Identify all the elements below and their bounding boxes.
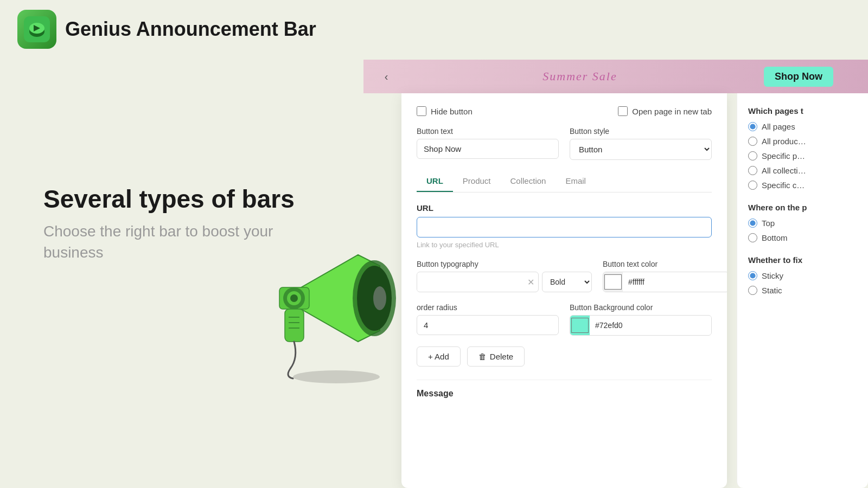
- typography-color-row: Button typography ✕ Bold Thin Regular Bu…: [417, 260, 712, 292]
- radio-sticky: Sticky: [748, 271, 857, 280]
- message-label: Message: [417, 389, 712, 399]
- megaphone-illustration: [250, 211, 423, 385]
- bar-back-button[interactable]: ‹: [376, 67, 396, 86]
- url-tabs: URL Product Collection Email: [417, 171, 712, 192]
- button-text-group: Button text: [417, 127, 559, 160]
- button-bg-color-label: Button Background color: [570, 303, 712, 312]
- delete-button[interactable]: 🗑 Delete: [467, 346, 525, 367]
- button-text-input[interactable]: [417, 139, 559, 159]
- open-new-tab-item: Open page in new tab: [618, 106, 712, 116]
- button-style-label: Button style: [570, 127, 712, 136]
- radio-bottom: Bottom: [748, 233, 857, 242]
- message-section: Message: [417, 380, 712, 399]
- radio-sticky-label: Sticky: [762, 271, 783, 280]
- radio-all-pages: All pages: [748, 122, 857, 131]
- radio-specific-collection-input[interactable]: [748, 181, 757, 190]
- radio-all-products: All produc…: [748, 137, 857, 146]
- radio-sticky-input[interactable]: [748, 271, 757, 280]
- position-section-title: Where on the p: [748, 203, 857, 212]
- trash-icon: 🗑: [478, 352, 487, 361]
- radio-top-label: Top: [762, 219, 775, 228]
- radio-static-input[interactable]: [748, 286, 757, 295]
- button-style-select[interactable]: Button Link Outline: [570, 139, 712, 160]
- position-radio-group: Top Bottom: [748, 219, 857, 242]
- tab-url[interactable]: URL: [417, 171, 453, 192]
- radio-top-input[interactable]: [748, 219, 757, 228]
- bar-text: Summer Sale: [405, 69, 755, 84]
- radio-bottom-label: Bottom: [762, 233, 788, 242]
- sticky-radio-group: Sticky Static: [748, 271, 857, 295]
- button-text-color-group: Button text color: [603, 260, 727, 292]
- button-typography-group: Button typography ✕ Bold Thin Regular: [417, 260, 592, 292]
- url-section: URL Link to your specified URL: [417, 203, 712, 249]
- button-style-group: Button style Button Link Outline: [570, 127, 712, 160]
- text-color-input-wrap: [603, 272, 727, 292]
- hide-button-checkbox[interactable]: [417, 106, 426, 116]
- radio-all-products-input[interactable]: [748, 137, 757, 146]
- app-logo: [17, 10, 56, 49]
- announcement-bar: ‹ Summer Sale Shop Now: [363, 60, 868, 93]
- radio-all-pages-label: All pages: [762, 122, 795, 131]
- add-button[interactable]: + Add: [417, 346, 461, 367]
- button-typography-label: Button typography: [417, 260, 592, 268]
- tab-email[interactable]: Email: [556, 171, 596, 192]
- bar-shop-now-button[interactable]: Shop Now: [764, 67, 833, 87]
- typography-clear-icon[interactable]: ✕: [523, 274, 538, 290]
- svg-rect-11: [285, 309, 304, 342]
- radio-specific-product: Specific p…: [748, 151, 857, 160]
- text-color-hex[interactable]: [623, 273, 727, 291]
- app-header: Genius Announcement Bar: [0, 0, 868, 59]
- action-buttons-row: + Add 🗑 Delete: [417, 346, 712, 367]
- radio-all-products-label: All produc…: [762, 137, 806, 146]
- radio-specific-collection-label: Specific c…: [762, 181, 805, 190]
- radio-all-collections-input[interactable]: [748, 166, 757, 175]
- typography-font-input[interactable]: [417, 273, 523, 291]
- app-title: Genius Announcement Bar: [65, 18, 316, 41]
- svg-point-15: [373, 286, 386, 310]
- tab-collection[interactable]: Collection: [501, 171, 556, 192]
- button-text-style-row: Button text Button style Button Link Out…: [417, 127, 712, 160]
- hide-button-label: Hide button: [431, 107, 473, 116]
- radio-all-collections-label: All collecti…: [762, 166, 806, 175]
- border-bg-row: order radius Button Background color: [417, 303, 712, 336]
- bg-color-hex[interactable]: [590, 316, 711, 335]
- radio-all-collections: All collecti…: [748, 166, 857, 175]
- delete-label: Delete: [490, 352, 513, 361]
- bg-color-input-wrap: [570, 315, 712, 336]
- radio-specific-collection: Specific c…: [748, 181, 857, 190]
- open-new-tab-label: Open page in new tab: [632, 107, 712, 116]
- url-input[interactable]: [417, 217, 712, 237]
- typography-weight-select[interactable]: Bold Thin Regular: [542, 272, 592, 292]
- svg-point-4: [293, 370, 380, 383]
- border-radius-input[interactable]: [417, 315, 559, 335]
- url-hint: Link to your specified URL: [417, 241, 712, 249]
- url-field-label: URL: [417, 203, 712, 213]
- border-radius-label: order radius: [417, 303, 559, 312]
- open-new-tab-checkbox[interactable]: [618, 106, 628, 116]
- hide-button-item: Hide button: [417, 106, 473, 116]
- pages-section-title: Which pages t: [748, 106, 857, 115]
- radio-all-pages-input[interactable]: [748, 122, 757, 131]
- tab-product[interactable]: Product: [453, 171, 501, 192]
- radio-bottom-input[interactable]: [748, 233, 757, 242]
- button-text-label: Button text: [417, 127, 559, 136]
- checkbox-row: Hide button Open page in new tab: [417, 106, 712, 116]
- border-radius-group: order radius: [417, 303, 559, 336]
- pages-radio-group: All pages All produc… Specific p… All co…: [748, 122, 857, 190]
- radio-static: Static: [748, 286, 857, 295]
- radio-top: Top: [748, 219, 857, 228]
- button-bg-color-group: Button Background color: [570, 303, 712, 336]
- svg-point-10: [290, 294, 298, 302]
- radio-specific-product-input[interactable]: [748, 151, 757, 160]
- radio-specific-product-label: Specific p…: [762, 151, 805, 160]
- radio-static-label: Static: [762, 286, 782, 295]
- button-text-color-label: Button text color: [603, 260, 727, 268]
- left-heading: Several types of bars: [43, 184, 326, 214]
- text-color-swatch[interactable]: [603, 272, 623, 292]
- sticky-section-title: Whether to fix: [748, 255, 857, 265]
- main-panel: Hide button Open page in new tab Button …: [401, 93, 727, 488]
- right-panel: Which pages t All pages All produc… Spec…: [737, 93, 868, 488]
- bg-color-swatch[interactable]: [570, 316, 590, 335]
